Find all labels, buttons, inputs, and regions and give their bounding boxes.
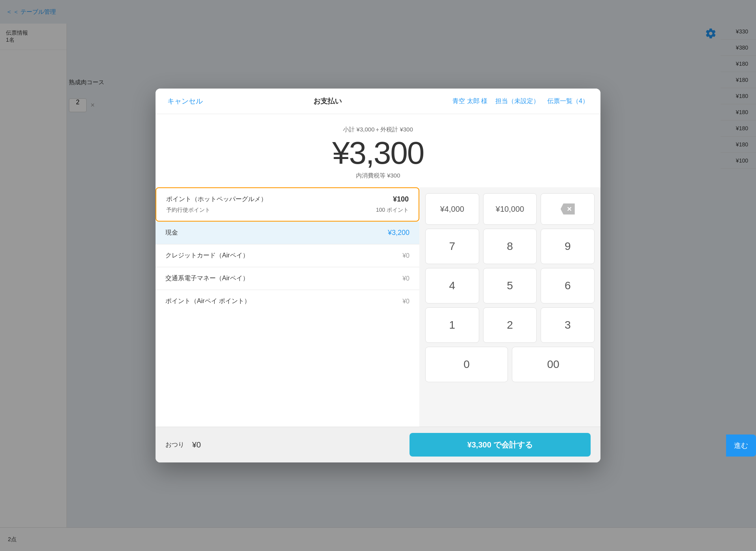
next-label: 進む (734, 442, 748, 449)
key-6[interactable]: 6 (541, 268, 595, 303)
cash-label: 現金 (165, 229, 178, 237)
point-sub-label: 予約行使ポイント (166, 207, 210, 214)
key-7[interactable]: 7 (425, 229, 479, 264)
modal-overlay: キャンセル お支払い 青空 太郎 様 担当（未設定） 伝票一覧（4） 小計 ¥3… (0, 0, 756, 551)
cash-amount: ¥3,200 (388, 229, 410, 237)
point-row-top: ポイント（ホットペッパーグルメ） ¥100 (166, 195, 409, 203)
payment-modal: キャンセル お支払い 青空 太郎 様 担当（未設定） 伝票一覧（4） 小計 ¥3… (156, 89, 600, 462)
airpay-label: ポイント（Airペイ ポイント） (165, 297, 250, 305)
next-button[interactable]: 進む (726, 435, 756, 457)
transit-amount: ¥0 (402, 275, 410, 282)
key-5[interactable]: 5 (483, 268, 537, 303)
subtotal-label: 小計 ¥3,000＋外税計 ¥300 (163, 126, 593, 133)
point-amount: ¥100 (393, 195, 409, 203)
pay-button[interactable]: ¥3,300 で会計する (410, 433, 591, 457)
modal-title: お支払い (313, 96, 342, 106)
point-row[interactable]: ポイント（ホットペッパーグルメ） ¥100 予約行使ポイント 100 ポイント (156, 187, 419, 222)
tax-label: 内消費税等 ¥300 (163, 172, 593, 179)
credit-label: クレジットカード（Airペイ） (165, 251, 249, 260)
transit-label: 交通系電子マネー（Airペイ） (165, 274, 249, 283)
key-2[interactable]: 2 (483, 307, 537, 343)
receipt-link[interactable]: 伝票一覧（4） (547, 97, 589, 105)
numpad-grid: 7 8 9 4 5 6 1 2 3 (425, 229, 595, 343)
point-sub-row: 予約行使ポイント 100 ポイント (166, 207, 409, 214)
change-label: おつり (165, 441, 184, 449)
cash-row[interactable]: 現金 ¥3,200 (156, 222, 419, 244)
key-0[interactable]: 0 (425, 347, 508, 382)
payment-panel: ポイント（ホットペッパーグルメ） ¥100 予約行使ポイント 100 ポイント … (156, 187, 419, 427)
credit-row[interactable]: クレジットカード（Airペイ） ¥0 (156, 244, 419, 267)
key-1[interactable]: 1 (425, 307, 479, 343)
airpay-row[interactable]: ポイント（Airペイ ポイント） ¥0 (156, 290, 419, 312)
quick-4000-button[interactable]: ¥4,000 (425, 193, 479, 225)
quick-10000-button[interactable]: ¥10,000 (483, 193, 537, 225)
credit-amount: ¥0 (402, 252, 410, 259)
key-3[interactable]: 3 (541, 307, 595, 343)
key-00[interactable]: 00 (512, 347, 595, 382)
modal-footer: おつり ¥0 ¥3,300 で会計する (156, 427, 600, 462)
cancel-button[interactable]: キャンセル (167, 96, 203, 106)
change-section: おつり ¥0 (165, 440, 410, 449)
main-amount: ¥3,300 (163, 137, 593, 169)
key-4[interactable]: 4 (425, 268, 479, 303)
airpay-amount: ¥0 (402, 298, 410, 305)
numpad-bottom-row: 0 00 (425, 347, 595, 382)
point-label: ポイント（ホットペッパーグルメ） (166, 195, 267, 203)
numpad-panel: ¥4,000 ¥10,000 ✕ 7 8 9 4 5 6 1 (419, 187, 600, 427)
quick-amount-row: ¥4,000 ¥10,000 ✕ (425, 193, 595, 225)
amount-section: 小計 ¥3,000＋外税計 ¥300 ¥3,300 内消費税等 ¥300 (156, 114, 600, 187)
transit-row[interactable]: 交通系電子マネー（Airペイ） ¥0 (156, 267, 419, 290)
key-9[interactable]: 9 (541, 229, 595, 264)
key-8[interactable]: 8 (483, 229, 537, 264)
staff-label[interactable]: 担当（未設定） (495, 97, 539, 105)
point-sub-value: 100 ポイント (376, 207, 409, 214)
header-right-group: 青空 太郎 様 担当（未設定） 伝票一覧（4） (452, 97, 589, 105)
modal-header: キャンセル お支払い 青空 太郎 様 担当（未設定） 伝票一覧（4） (156, 89, 600, 114)
customer-name: 青空 太郎 様 (452, 97, 487, 105)
delete-icon: ✕ (561, 203, 575, 214)
modal-body: ポイント（ホットペッパーグルメ） ¥100 予約行使ポイント 100 ポイント … (156, 187, 600, 427)
change-amount: ¥0 (192, 440, 201, 449)
delete-button[interactable]: ✕ (541, 193, 595, 225)
